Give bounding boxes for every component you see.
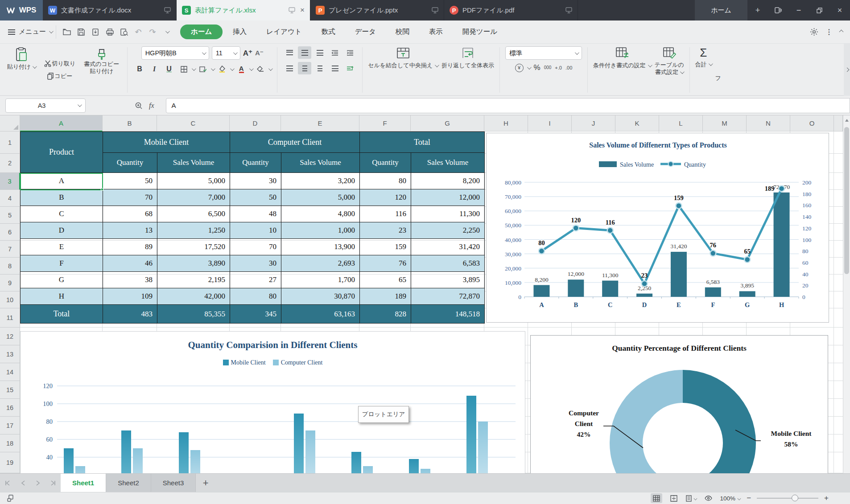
bold-button[interactable]: B [133, 63, 146, 75]
percent-format-button[interactable]: % [534, 63, 541, 72]
table-cell[interactable]: 10 [230, 222, 281, 239]
more-options-icon[interactable]: ⋮ [825, 28, 833, 36]
fill-handle[interactable] [101, 188, 103, 191]
fill-color-button[interactable] [215, 63, 229, 75]
table-cell[interactable]: 3,890 [157, 255, 230, 272]
table-cell[interactable]: 31,420 [411, 239, 485, 255]
table-cell[interactable]: 27 [230, 272, 281, 288]
table-cell-total[interactable]: 483 [103, 305, 157, 324]
table-cell[interactable]: 72,870 [411, 288, 485, 305]
function-search-icon[interactable] [135, 102, 143, 110]
align-left-button[interactable] [283, 62, 296, 74]
zoom-in-button[interactable]: + [824, 494, 829, 503]
column-header-E[interactable]: E [281, 115, 359, 131]
column-header-G[interactable]: G [411, 115, 484, 131]
table-cell[interactable]: 13,900 [281, 239, 360, 255]
close-window-button[interactable]: × [829, 0, 850, 20]
monitor-icon[interactable] [432, 7, 438, 13]
column-header-C[interactable]: C [157, 115, 230, 131]
gear-icon[interactable] [810, 28, 818, 36]
table-cell[interactable]: 65 [360, 272, 411, 288]
table-cell[interactable]: 5,000 [281, 189, 360, 206]
table-cell[interactable]: 80 [360, 173, 411, 189]
ribbon-tab-home[interactable]: ホーム [180, 25, 223, 39]
column-header-F[interactable]: F [359, 115, 411, 131]
paste-button[interactable]: 貼り付け [4, 46, 38, 71]
table-cell[interactable]: 116 [360, 206, 411, 222]
conditional-format-label[interactable]: 条件付き書式の設定 [593, 62, 646, 69]
increase-indent-button[interactable] [343, 46, 357, 59]
sigma-icon[interactable]: Σ [700, 46, 707, 59]
column-header-K[interactable]: K [615, 115, 659, 131]
first-sheet-button[interactable] [0, 474, 15, 492]
table-cell[interactable]: 8,200 [411, 173, 485, 189]
column-header-J[interactable]: J [572, 115, 615, 131]
customize-quickbar-button[interactable] [161, 26, 173, 38]
header-sub-2-1[interactable]: Sales Volume [411, 153, 485, 173]
decrease-decimal-button[interactable]: .00 [565, 65, 572, 70]
table-cell[interactable]: 6,500 [157, 206, 230, 222]
table-cell[interactable]: 30,870 [281, 288, 360, 305]
sheet-tab-3[interactable]: Sheet3 [151, 474, 196, 492]
table-cell[interactable]: D [21, 222, 103, 239]
toolbar-overflow-strip[interactable] [844, 44, 850, 96]
table-format-label-2[interactable]: 書式設定 [655, 69, 678, 76]
header-group-0[interactable]: Mobile Client [103, 132, 230, 153]
zoom-slider[interactable] [757, 498, 818, 499]
table-format-label-1[interactable]: テーブルの [655, 61, 684, 69]
table-cell[interactable]: 50 [230, 189, 281, 206]
table-cell[interactable]: 68 [103, 206, 157, 222]
table-cell[interactable]: H [21, 288, 103, 305]
table-cell[interactable]: 3,200 [281, 173, 360, 189]
vertical-scrollbar[interactable] [843, 115, 850, 473]
column-header-I[interactable]: I [528, 115, 572, 131]
column-header-O[interactable]: O [790, 115, 834, 131]
cell-style-button[interactable] [196, 63, 210, 75]
macro-record-icon[interactable] [7, 495, 14, 502]
chevron-down-icon[interactable] [527, 65, 531, 70]
number-format-select[interactable]: 標準 [505, 46, 582, 60]
last-sheet-button[interactable] [45, 474, 61, 492]
page-break-view-button[interactable] [668, 493, 680, 503]
monitor-icon[interactable] [164, 7, 171, 13]
table-cell-total[interactable]: 148,518 [411, 305, 485, 324]
row-header-19[interactable]: 19 [0, 452, 20, 473]
table-cell-total[interactable]: 345 [230, 305, 281, 324]
format-painter-button[interactable]: 書式のコピー 貼り付け [81, 46, 122, 76]
formula-input[interactable]: A [166, 98, 850, 113]
row-header-8[interactable]: 8 [0, 258, 20, 275]
text-orientation-button[interactable] [343, 62, 357, 74]
row-header-17[interactable]: 17 [0, 417, 20, 434]
table-cell[interactable]: C [21, 206, 103, 222]
table-cell-total[interactable]: 63,163 [281, 305, 360, 324]
table-cell[interactable]: 89 [103, 239, 157, 255]
selected-cell-outline[interactable] [20, 173, 103, 190]
header-product[interactable]: Product [21, 132, 103, 173]
row-header-7[interactable]: 7 [0, 241, 20, 258]
table-cell[interactable]: 2,693 [281, 255, 360, 272]
table-cell[interactable]: 159 [360, 239, 411, 255]
table-cell[interactable]: 80 [230, 288, 281, 305]
cut-button[interactable]: 切り取り [42, 59, 78, 69]
row-header-1[interactable]: 1 [0, 131, 20, 154]
eye-protection-button[interactable] [703, 493, 714, 503]
doc-tab-writer[interactable]: W 文書作成ファイル.docx [43, 0, 177, 20]
sheet-tab-1[interactable]: Sheet1 [61, 474, 106, 492]
row-header-14[interactable]: 14 [0, 363, 20, 381]
table-cell[interactable]: G [21, 272, 103, 288]
name-box[interactable]: A3 [5, 98, 86, 113]
restore-button[interactable] [809, 0, 829, 20]
ribbon-tab-data[interactable]: データ [346, 25, 385, 39]
chevron-down-icon[interactable] [435, 63, 439, 67]
chart-sales-volume[interactable]: Sales Volume of Diffenernt Types of Prod… [486, 133, 829, 323]
wrap-text-label[interactable]: 折り返して全体表示 [442, 62, 494, 69]
italic-button[interactable]: I [148, 63, 161, 75]
tab-list-button[interactable] [768, 0, 788, 20]
table-cell[interactable]: 46 [103, 255, 157, 272]
table-cell[interactable]: 11,300 [411, 206, 485, 222]
chevron-down-icon[interactable] [648, 63, 652, 67]
collapse-ribbon-icon[interactable] [839, 30, 844, 34]
zoom-out-button[interactable]: − [747, 494, 751, 503]
header-sub-0-1[interactable]: Sales Volume [157, 153, 230, 173]
vertical-scroll-thumb[interactable] [844, 127, 849, 274]
